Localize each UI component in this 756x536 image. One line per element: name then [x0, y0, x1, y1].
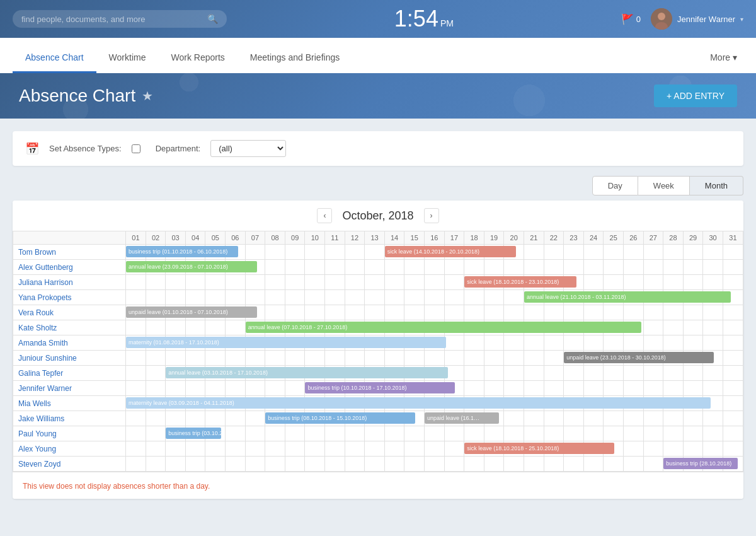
day-header-24: 24	[583, 231, 604, 245]
employee-name[interactable]: Juniour Sunshine	[13, 351, 126, 366]
day-cell-17	[444, 305, 464, 320]
absence-bar[interactable]: unpaid leave (16.1…	[425, 412, 499, 424]
employee-name[interactable]: Jennifer Warner	[13, 381, 126, 396]
day-cell-08: business trip (08.10.2018 - 15.10.2018)	[265, 411, 285, 426]
search-box[interactable]: 🔍	[13, 10, 227, 28]
day-cell-03	[166, 320, 186, 335]
day-cell-26	[623, 411, 643, 426]
day-cell-13	[365, 290, 385, 305]
day-cell-04	[185, 275, 205, 290]
day-cell-08	[265, 305, 285, 320]
day-cell-01	[126, 275, 146, 290]
calendar-container: ‹ October, 2018 › 0102030405060708091011…	[13, 201, 743, 499]
day-cell-15	[404, 260, 425, 275]
day-cell-21	[524, 366, 544, 381]
day-header-06: 06	[226, 231, 246, 245]
day-cell-17	[444, 351, 464, 366]
day-cell-04	[185, 320, 205, 335]
nav-more-button[interactable]: More ▾	[704, 44, 743, 71]
view-month-button[interactable]: Month	[690, 176, 743, 195]
employee-name[interactable]: Yana Prokopets	[13, 290, 126, 305]
star-icon[interactable]: ★	[142, 88, 153, 103]
absence-bar[interactable]: maternity leave (03.09.2018 - 04.11.2018…	[126, 397, 711, 409]
absence-bar[interactable]: unpaid leave (23.10.2018 - 30.10.2018)	[564, 352, 714, 363]
calendar-footer: This view does not display absences shor…	[13, 472, 743, 499]
tab-work-reports[interactable]: Work Reports	[158, 44, 237, 73]
page-title-area: Absence Chart ★	[19, 86, 153, 106]
day-cell-04	[185, 441, 205, 457]
department-select[interactable]: (all)	[210, 140, 286, 157]
day-cell-06	[226, 275, 246, 290]
absence-bar[interactable]: annual leave (03.10.2018 - 17.10.2018)	[166, 367, 448, 378]
employee-name[interactable]: Tom Brown	[13, 245, 126, 260]
add-entry-button[interactable]: + ADD ENTRY	[654, 84, 737, 107]
day-cell-29	[683, 366, 703, 381]
absence-bar[interactable]: annual leave (23.09.2018 - 07.10.2018)	[126, 261, 257, 272]
day-cell-24	[583, 275, 604, 290]
day-cell-14	[384, 305, 404, 320]
day-cell-26	[623, 366, 643, 381]
prev-month-button[interactable]: ‹	[317, 208, 332, 223]
employee-name[interactable]: Alex Guttenberg	[13, 260, 126, 275]
table-row: Kate Sholtzannual leave (07.10.2018 - 27…	[13, 320, 743, 335]
day-cell-26	[623, 441, 643, 457]
day-cell-20	[504, 351, 524, 366]
day-cell-27	[643, 245, 663, 260]
day-cell-24	[583, 335, 604, 351]
next-month-button[interactable]: ›	[424, 208, 439, 223]
absence-bar[interactable]: sick leave (18.10.2018 - 25.10.2018)	[464, 443, 614, 454]
user-area[interactable]: Jennifer Warner ▾	[651, 8, 743, 30]
day-cell-25	[604, 381, 624, 396]
absence-bar[interactable]: business trip (28.10.2018)	[663, 458, 738, 469]
view-day-button[interactable]: Day	[592, 176, 638, 195]
employee-name[interactable]: Amanda Smith	[13, 335, 126, 351]
search-input[interactable]	[21, 15, 202, 24]
day-cell-19	[484, 366, 504, 381]
day-cell-17	[444, 290, 464, 305]
day-cell-25	[604, 305, 624, 320]
flag-badge: 🚩 0	[621, 13, 641, 25]
absence-types-checkbox[interactable]	[132, 144, 140, 153]
day-cell-19	[484, 290, 504, 305]
day-cell-07	[245, 411, 265, 426]
day-cell-10	[305, 290, 325, 305]
employee-name[interactable]: Kate Sholtz	[13, 320, 126, 335]
table-row: Paul Youngbusiness trip (03.10.2018)	[13, 426, 743, 441]
day-cell-18	[464, 351, 484, 366]
table-row: Tom Brownbusiness trip (01.10.2018 - 06.…	[13, 245, 743, 260]
absence-bar[interactable]: business trip (08.10.2018 - 15.10.2018)	[265, 412, 415, 424]
clock-time: 1:54	[394, 6, 438, 32]
tab-worktime[interactable]: Worktime	[96, 44, 159, 73]
user-name: Jennifer Warner	[677, 15, 735, 24]
employee-name[interactable]: Jake Williams	[13, 411, 126, 426]
absence-bar[interactable]: business trip (03.10.2018)	[166, 428, 221, 439]
employee-name[interactable]: Juliana Harrison	[13, 275, 126, 290]
employee-name[interactable]: Mia Wells	[13, 396, 126, 411]
absence-bar[interactable]: business trip (01.10.2018 - 06.10.2018)	[126, 246, 238, 257]
employee-name[interactable]: Steven Zoyd	[13, 457, 126, 472]
absence-bar[interactable]: unpaid leave (01.10.2018 - 07.10.2018)	[126, 306, 257, 318]
absence-bar[interactable]: annual leave (21.10.2018 - 03.11.2018)	[524, 291, 731, 303]
absence-bar[interactable]: sick leave (18.10.2018 - 23.10.2018)	[464, 276, 576, 288]
day-cell-03: business trip (03.10.2018)	[166, 426, 186, 441]
day-cell-11	[325, 260, 345, 275]
view-week-button[interactable]: Week	[638, 176, 690, 195]
day-cell-12	[345, 441, 365, 457]
tab-meetings-briefings[interactable]: Meetings and Briefings	[238, 44, 352, 73]
flag-count: 0	[636, 15, 641, 24]
day-cell-07	[245, 426, 265, 441]
employee-name[interactable]: Vera Rouk	[13, 305, 126, 320]
day-cell-20	[504, 426, 524, 441]
employee-name[interactable]: Paul Young	[13, 426, 126, 441]
day-header-22: 22	[544, 231, 564, 245]
day-cell-17	[444, 260, 464, 275]
day-cell-12	[345, 245, 365, 260]
absence-bar[interactable]: sick leave (14.10.2018 - 20.10.2018)	[385, 246, 516, 257]
employee-name[interactable]: Galina Tepfer	[13, 366, 126, 381]
employee-name[interactable]: Alex Young	[13, 441, 126, 457]
day-cell-23	[564, 366, 584, 381]
absence-bar[interactable]: maternity (01.08.2018 - 17.10.2018)	[126, 337, 446, 348]
tab-absence-chart[interactable]: Absence Chart	[13, 44, 96, 73]
absence-bar[interactable]: business trip (10.10.2018 - 17.10.2018)	[305, 382, 455, 393]
absence-bar[interactable]: annual leave (07.10.2018 - 27.10.2018)	[246, 322, 641, 333]
